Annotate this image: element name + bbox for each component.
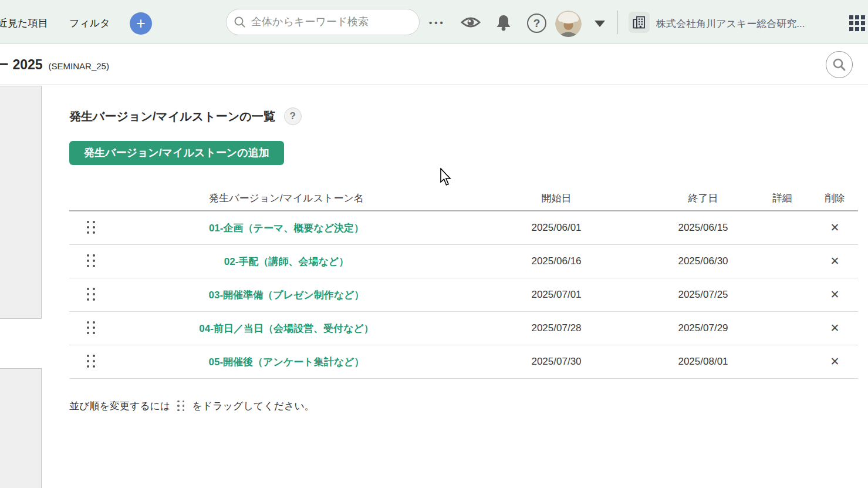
drag-handle-icon	[177, 401, 185, 412]
search-icon	[234, 16, 246, 28]
milestone-table: 発生バージョン/マイルストーン名 開始日 終了日 詳細 削除 01-企画（テーマ…	[69, 186, 858, 379]
end-date: 2025/08/01	[653, 356, 753, 368]
start-date: 2025/06/16	[460, 255, 653, 267]
user-avatar[interactable]	[555, 11, 582, 37]
start-date: 2025/07/30	[460, 356, 653, 368]
apps-grid-icon[interactable]	[849, 15, 867, 31]
help-icon[interactable]: ?	[527, 14, 546, 33]
more-options-button[interactable]: •••	[429, 18, 445, 28]
milestone-row: 01-企画（テーマ、概要など決定） 2025/06/01 2025/06/15 …	[69, 211, 858, 245]
watch-eye-icon[interactable]	[460, 15, 481, 29]
milestone-section: 発生バージョン/マイルストーンの一覧 ? 発生バージョン/マイルストーンの追加 …	[69, 86, 859, 413]
milestone-name-link[interactable]: 04-前日／当日（会場設営、受付など）	[199, 323, 373, 334]
row-drag-handle[interactable]	[87, 221, 96, 235]
project-title: ー 2025(SEMINAR_25)	[0, 56, 109, 74]
delete-button[interactable]: ✕	[830, 255, 840, 267]
delete-button[interactable]: ✕	[830, 222, 840, 233]
left-cutoff-panel-bottom	[0, 368, 42, 488]
reorder-hint-prefix: 並び順を変更するには	[69, 399, 170, 413]
top-navbar: 近見た項目 フィルタ + ••• ?	[0, 0, 868, 44]
milestone-name-link[interactable]: 01-企画（テーマ、概要など決定）	[209, 223, 364, 234]
row-drag-handle[interactable]	[87, 288, 96, 302]
global-add-button[interactable]: +	[130, 12, 152, 35]
table-body: 01-企画（テーマ、概要など決定） 2025/06/01 2025/06/15 …	[69, 211, 858, 379]
delete-button[interactable]: ✕	[830, 356, 840, 367]
nav-recent-items[interactable]: 近見た項目	[0, 16, 48, 30]
col-detail: 詳細	[753, 191, 812, 205]
section-help-icon[interactable]: ?	[284, 107, 302, 125]
col-name: 発生バージョン/マイルストーン名	[113, 191, 460, 205]
nav-filter[interactable]: フィルタ	[69, 16, 110, 30]
building-icon	[632, 15, 646, 29]
project-header: ー 2025(SEMINAR_25)	[0, 44, 868, 85]
delete-button[interactable]: ✕	[830, 289, 840, 300]
row-drag-handle[interactable]	[87, 321, 96, 335]
col-delete: 削除	[812, 191, 858, 205]
project-search-button[interactable]	[826, 51, 853, 78]
global-search-box[interactable]	[226, 9, 420, 35]
end-date: 2025/07/25	[653, 289, 753, 301]
add-milestone-button[interactable]: 発生バージョン/マイルストーンの追加	[69, 141, 284, 165]
navbar-divider	[617, 11, 618, 34]
project-key: (SEMINAR_25)	[49, 61, 109, 71]
milestone-name-link[interactable]: 03-開催準備（プレゼン制作など）	[209, 290, 364, 301]
organization-name[interactable]: 株式会社角川アスキー総合研究...	[656, 17, 805, 31]
col-end: 終了日	[653, 191, 753, 205]
search-icon	[832, 58, 846, 72]
start-date: 2025/07/01	[460, 289, 653, 301]
reorder-hint: 並び順を変更するには をドラッグしてください。	[69, 399, 859, 413]
app-window: 近見た項目 フィルタ + ••• ?	[0, 0, 868, 488]
avatar-image	[555, 11, 582, 37]
delete-button[interactable]: ✕	[830, 322, 840, 334]
milestone-name-link[interactable]: 02-手配（講師、会場など）	[224, 256, 349, 267]
start-date: 2025/07/28	[460, 322, 653, 334]
end-date: 2025/06/15	[653, 222, 753, 234]
milestone-row: 04-前日／当日（会場設営、受付など） 2025/07/28 2025/07/2…	[69, 312, 858, 345]
end-date: 2025/06/30	[653, 255, 753, 267]
milestone-name-link[interactable]: 05-開催後（アンケート集計など）	[209, 356, 364, 368]
end-date: 2025/07/29	[653, 322, 753, 334]
row-drag-handle[interactable]	[87, 254, 96, 268]
col-start: 開始日	[460, 191, 653, 205]
notifications-bell-icon[interactable]	[494, 14, 513, 32]
start-date: 2025/06/01	[460, 222, 653, 234]
organization-icon-chip[interactable]	[629, 12, 650, 33]
section-heading: 発生バージョン/マイルストーンの一覧	[69, 109, 275, 124]
reorder-hint-suffix: をドラッグしてください。	[192, 399, 314, 413]
row-drag-handle[interactable]	[87, 355, 96, 369]
left-cutoff-panel-top	[0, 86, 42, 319]
account-menu-caret-icon[interactable]	[595, 21, 605, 27]
milestone-row: 05-開催後（アンケート集計など） 2025/07/30 2025/08/01 …	[69, 345, 858, 379]
global-search-input[interactable]	[251, 16, 411, 28]
table-header-row: 発生バージョン/マイルストーン名 開始日 終了日 詳細 削除	[69, 186, 858, 211]
milestone-row: 02-手配（講師、会場など） 2025/06/16 2025/06/30 ✕	[69, 245, 858, 278]
milestone-row: 03-開催準備（プレゼン制作など） 2025/07/01 2025/07/25 …	[69, 278, 858, 312]
